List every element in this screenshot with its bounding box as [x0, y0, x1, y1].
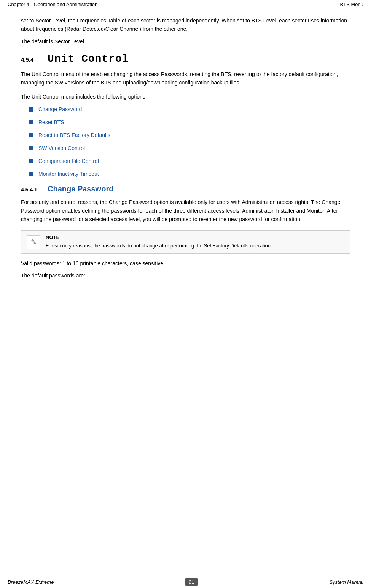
intro-para-1: set to Sector Level, the Frequencies Tab… — [21, 17, 350, 33]
section-454-desc2: The Unit Control menu includes the follo… — [21, 92, 350, 101]
default-para: The default passwords are: — [21, 271, 350, 280]
section-454-number: 4.5.4 — [21, 56, 48, 63]
bullet-item-label: Change Password — [38, 106, 82, 112]
section-4541-body: For security and control reasons, the Ch… — [21, 198, 350, 223]
section-454-desc1: The Unit Control menu of the enables cha… — [21, 70, 350, 87]
bullet-item: Reset BTS — [29, 119, 350, 125]
bullet-item-label: Reset to BTS Factory Defaults — [38, 132, 110, 138]
bullet-item: SW Version Control — [29, 145, 350, 151]
note-icon: ✎ — [27, 235, 40, 249]
note-box: ✎ NOTE For security reasons, the passwor… — [21, 230, 350, 254]
bullet-list: Change PasswordReset BTSReset to BTS Fac… — [29, 106, 350, 177]
section-4541-title: Change Password — [48, 185, 113, 193]
footer-bar: BreezeMAX Extreme 81 System Manual — [0, 576, 371, 588]
bullet-square-icon — [29, 172, 33, 176]
section-454-title: Unit Control — [48, 53, 129, 65]
main-content: set to Sector Level, the Frequencies Tab… — [0, 9, 371, 307]
header-right: BTS Menu — [340, 2, 363, 7]
bullet-square-icon — [29, 133, 33, 137]
bullet-square-icon — [29, 107, 33, 112]
bullet-item: Change Password — [29, 106, 350, 112]
footer-left: BreezeMAX Extreme — [8, 579, 54, 585]
footer-center: 81 — [185, 578, 198, 586]
bullet-item: Monitor Inactivity Timeout — [29, 171, 350, 177]
bullet-square-icon — [29, 146, 33, 150]
header-left: Chapter 4 - Operation and Administration — [8, 2, 97, 7]
section-4541-number: 4.5.4.1 — [21, 186, 48, 193]
bullet-item-label: SW Version Control — [38, 145, 85, 151]
valid-para: Valid passwords: 1 to 16 printable chara… — [21, 259, 350, 268]
bullet-item-label: Reset BTS — [38, 119, 64, 125]
bullet-square-icon — [29, 120, 33, 124]
bullet-item-label: Configuration File Control — [38, 158, 99, 164]
bullet-item: Configuration File Control — [29, 158, 350, 164]
note-content: NOTE For security reasons, the passwords… — [46, 234, 344, 250]
footer-right: System Manual — [329, 579, 363, 585]
bullet-item: Reset to BTS Factory Defaults — [29, 132, 350, 138]
bullet-square-icon — [29, 159, 33, 163]
section-4541-heading: 4.5.4.1 Change Password — [21, 185, 350, 193]
bullet-item-label: Monitor Inactivity Timeout — [38, 171, 99, 177]
note-text: For security reasons, the passwords do n… — [46, 242, 344, 250]
intro-para-2: The default is Sector Level. — [21, 38, 350, 46]
header-bar: Chapter 4 - Operation and Administration… — [0, 0, 371, 9]
note-label: NOTE — [46, 234, 344, 240]
section-454-heading: 4.5.4 Unit Control — [21, 53, 350, 65]
